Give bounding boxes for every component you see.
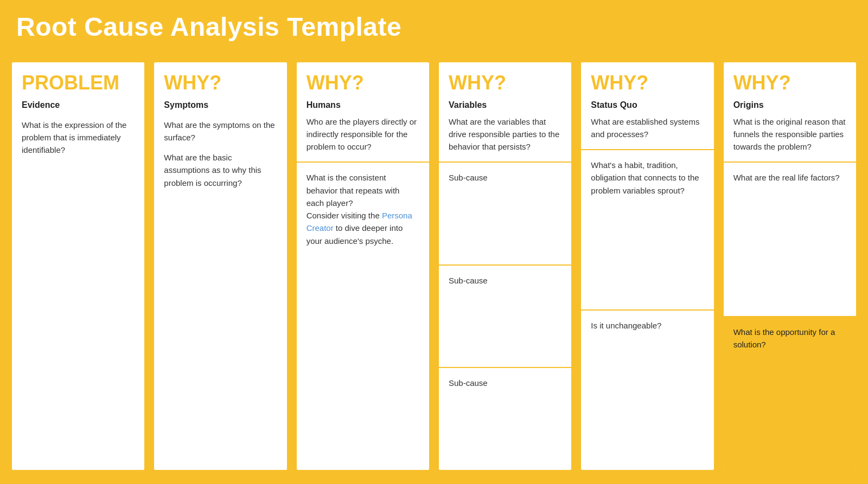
column-heading-why2: WHY? — [297, 62, 429, 98]
column-heading-why1: WHY? — [154, 62, 286, 98]
column-subheading-why3: Variables — [439, 98, 571, 115]
column-top-why3: What are the variables that drive respon… — [439, 115, 571, 162]
column-heading-why5: WHY? — [724, 62, 856, 98]
column-subheading-why1: Symptoms — [154, 98, 286, 115]
column-subheading-problem: Evidence — [12, 98, 144, 115]
column-top-why5: What is the original reason that funnels… — [724, 115, 856, 162]
sub-card-why3-2: Sub-cause — [439, 367, 571, 470]
sub-card-why5-0: What are the real life factors? — [724, 162, 856, 315]
column-why4: WHY? Status Quo What are established sys… — [580, 61, 714, 471]
column-why2: WHY? Humans Who are the players directly… — [296, 61, 430, 471]
page-title: Root Cause Analysis Template — [16, 12, 852, 42]
persona-creator-link[interactable]: Persona Creator — [307, 211, 412, 233]
sub-card-why3-0: Sub-cause — [439, 162, 571, 264]
column-subheading-why5: Origins — [724, 98, 856, 115]
column-top-why4: What are established systems and process… — [581, 115, 713, 150]
header: Root Cause Analysis Template — [0, 0, 868, 51]
column-why1: WHY? Symptoms What are the symptoms on t… — [153, 61, 288, 471]
column-heading-why4: WHY? — [581, 62, 713, 98]
column-body-why1: What are the symptoms on the surface?Wha… — [154, 115, 286, 470]
column-top-why2: Who are the players directly or indirect… — [297, 115, 429, 162]
sub-card-why4-0: What's a habit, tradition, obligation th… — [581, 149, 713, 309]
page: Root Cause Analysis Template PROBLEM Evi… — [0, 0, 868, 484]
main-content: PROBLEM Evidence What is the expression … — [0, 51, 868, 484]
column-subheading-why4: Status Quo — [581, 98, 713, 115]
sub-card-why5-1: What is the opportunity for a solution? — [724, 316, 856, 470]
sub-card-why3-1: Sub-cause — [439, 264, 571, 367]
column-subheading-why2: Humans — [297, 98, 429, 115]
column-heading-problem: PROBLEM — [12, 62, 144, 98]
column-problem: PROBLEM Evidence What is the expression … — [11, 61, 145, 471]
column-why5: WHY? Origins What is the original reason… — [723, 61, 857, 471]
column-body-problem: What is the expression of the problem th… — [12, 115, 144, 470]
column-why3: WHY? Variables What are the variables th… — [438, 61, 572, 471]
column-heading-why3: WHY? — [439, 62, 571, 98]
sub-card-why4-1: Is it unchangeable? — [581, 309, 713, 470]
column-sub-why2: What is the consistent behavior that rep… — [297, 162, 429, 470]
